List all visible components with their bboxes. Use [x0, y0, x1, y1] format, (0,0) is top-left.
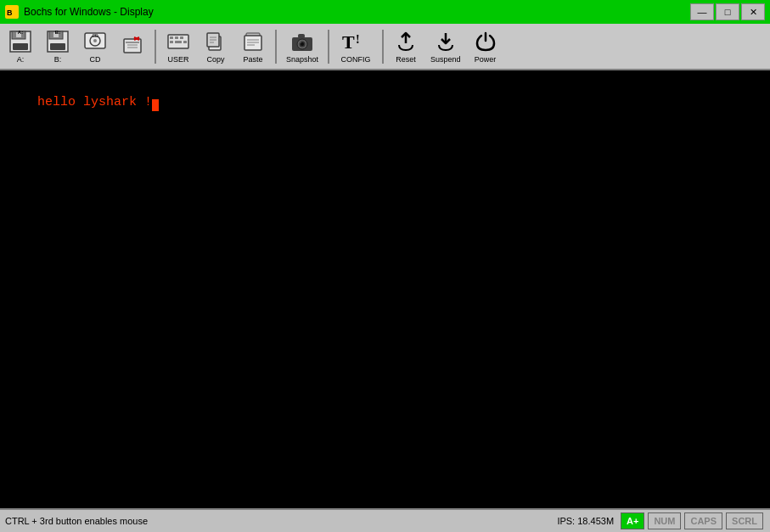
svg-text:B: B [7, 8, 13, 17]
a-badge: A+ [621, 512, 644, 529]
cd-label: CD [90, 55, 101, 64]
floppy-a-label: A: [17, 55, 25, 64]
reset-button[interactable]: Reset [389, 26, 423, 67]
ips-value: 18.453M [577, 516, 614, 526]
separator-3 [328, 30, 329, 64]
display-content: hello lyshark ! [37, 95, 152, 109]
title-controls: — □ ✕ [690, 3, 765, 20]
status-message: CTRL + 3rd button enables mouse [5, 516, 557, 526]
separator-2 [275, 30, 277, 64]
status-ips: IPS: 18.453M [557, 516, 614, 526]
power-button[interactable]: Power [469, 26, 503, 67]
suspend-label: Suspend [430, 55, 461, 64]
status-bar: CTRL + 3rd button enables mouse IPS: 18.… [0, 508, 770, 532]
user-label: USER [167, 55, 188, 64]
svg-rect-10 [50, 43, 65, 50]
cursor [152, 99, 159, 111]
snapshot-label: Snapshot [286, 55, 318, 64]
power-label: Power [475, 55, 497, 64]
svg-rect-28 [183, 41, 187, 43]
minimize-button[interactable]: — [690, 3, 714, 20]
svg-text:T: T [342, 31, 355, 53]
bochs-icon: B [5, 5, 19, 19]
svg-rect-23 [170, 36, 173, 39]
close-button[interactable]: ✕ [741, 3, 765, 20]
user-button[interactable]: USER [161, 26, 195, 67]
display-text: hello lyshark ! [7, 76, 763, 129]
paste-label: Paste [243, 55, 262, 64]
svg-rect-26 [170, 41, 173, 43]
title-bar: B Bochs for Windows - Display — □ ✕ [0, 0, 770, 24]
snapshot-icon [290, 30, 314, 53]
svg-text:!: ! [356, 33, 360, 46]
copy-label: Copy [206, 55, 224, 64]
svg-rect-27 [175, 41, 182, 43]
snapshot-button[interactable]: Snapshot [282, 26, 323, 67]
svg-rect-40 [298, 34, 305, 38]
floppy-b-icon: B: [46, 30, 70, 53]
svg-point-44 [300, 42, 301, 43]
separator-1 [155, 30, 156, 64]
cdrom-button[interactable]: CD CD [78, 26, 112, 67]
svg-text:CD: CD [92, 33, 98, 38]
config-label: CONFIG [341, 55, 371, 64]
ips-label: IPS: [557, 516, 575, 526]
title-text: Bochs for Windows - Display [24, 6, 154, 18]
floppy-a-icon: A: [8, 30, 32, 53]
suspend-button[interactable]: Suspend [426, 26, 465, 67]
maximize-button[interactable]: □ [716, 3, 739, 20]
toolbar: A: A: B: B: CD CD [0, 24, 770, 70]
svg-point-43 [301, 42, 304, 46]
svg-point-14 [93, 39, 97, 42]
user-icon [166, 30, 190, 53]
svg-rect-24 [175, 36, 178, 39]
svg-text:B:: B: [55, 30, 60, 35]
config-icon: T ! [339, 30, 373, 53]
floppy-b-label: B: [54, 55, 62, 64]
power-icon [474, 30, 497, 53]
config-button[interactable]: T ! CONFIG [334, 26, 377, 67]
copy-button[interactable]: Copy [199, 26, 233, 67]
svg-rect-16 [124, 39, 141, 53]
floppy-a-button[interactable]: A: A: [3, 26, 37, 67]
num-badge: NUM [648, 512, 681, 529]
eject-button[interactable] [115, 26, 149, 67]
eject-icon [121, 34, 144, 58]
copy-icon [204, 30, 228, 53]
scrl-badge: SCRL [726, 512, 763, 529]
svg-rect-5 [13, 43, 28, 50]
caps-badge: CAPS [684, 512, 722, 529]
svg-rect-25 [180, 36, 183, 39]
reset-label: Reset [396, 55, 416, 64]
separator-4 [382, 30, 384, 64]
reset-icon [394, 30, 418, 53]
cd-icon: CD [83, 30, 107, 53]
floppy-b-button[interactable]: B: B: [41, 26, 75, 67]
paste-icon [241, 30, 265, 53]
svg-text:A:: A: [18, 30, 23, 35]
title-left: B Bochs for Windows - Display [5, 5, 154, 19]
display-area[interactable]: hello lyshark ! [0, 70, 770, 508]
paste-button[interactable]: Paste [236, 26, 270, 67]
suspend-icon [434, 30, 458, 53]
